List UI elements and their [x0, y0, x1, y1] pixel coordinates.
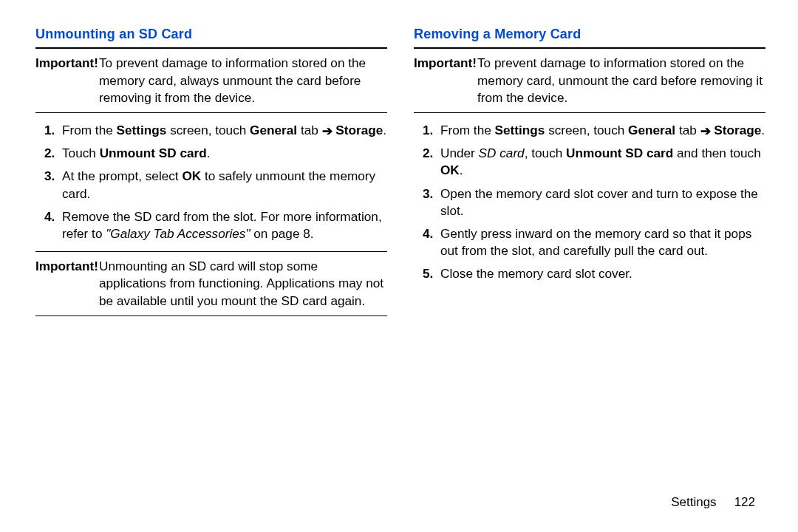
ui-label-settings: Settings [117, 123, 167, 137]
step-text: Touch [62, 146, 100, 160]
page-footer: Settings122 [671, 494, 755, 511]
page-number: 122 [734, 495, 755, 509]
important-label: Important! [35, 258, 99, 310]
important-label: Important! [414, 55, 477, 106]
ui-label-general: General [628, 123, 675, 137]
step-text: Close the memory card slot cover. [440, 266, 632, 281]
step-item: Close the memory card slot cover. [423, 262, 765, 285]
divider [35, 316, 387, 316]
right-column: Removing a Memory Card Important! To pre… [414, 25, 765, 513]
step-text: At the prompt, select [62, 168, 182, 183]
arrow-icon: ➔ [322, 123, 332, 140]
section-title-right: Removing a Memory Card [414, 25, 765, 43]
step-text: screen, touch [545, 123, 628, 137]
ui-label-sdcard: SD card [479, 146, 525, 160]
divider [35, 112, 387, 113]
step-item: Gently press inward on the memory card s… [423, 222, 765, 262]
footer-section: Settings [671, 495, 716, 509]
step-text: tab [297, 123, 321, 137]
important-note: Important! To prevent damage to informat… [414, 55, 765, 106]
divider [414, 112, 765, 113]
step-text: , touch [525, 146, 566, 160]
important-label: Important! [35, 55, 99, 106]
step-text: on page 8. [250, 226, 314, 241]
divider [414, 47, 765, 49]
divider [35, 251, 387, 252]
important-text: Unmounting an SD card will stop some app… [99, 258, 387, 310]
cross-reference: "Galaxy Tab Accessories" [106, 226, 250, 241]
arrow-icon: ➔ [700, 123, 711, 140]
step-text: . [460, 163, 463, 177]
step-text: From the [440, 123, 495, 137]
step-text: From the [62, 123, 117, 137]
step-item: Touch Unmount SD card. [44, 142, 387, 165]
step-item: From the Settings screen, touch General … [44, 119, 387, 142]
step-text: . [207, 146, 211, 160]
ui-label-storage: Storage [714, 123, 761, 137]
manual-page: Unmounting an SD Card Important! To prev… [0, 0, 798, 532]
ui-label-ok: OK [440, 163, 460, 177]
step-item: From the Settings screen, touch General … [423, 119, 765, 142]
step-item: Open the memory card slot cover and turn… [423, 183, 765, 222]
step-text: Open the memory card slot cover and turn… [440, 186, 758, 218]
ui-label-general: General [250, 123, 297, 137]
step-text: . [383, 123, 386, 137]
step-text: . [761, 123, 765, 137]
step-text: Under [440, 146, 479, 160]
ui-label-unmount: Unmount SD card [566, 146, 673, 160]
step-item: At the prompt, select OK to safely unmou… [44, 165, 387, 205]
step-text: and then touch [673, 146, 761, 160]
steps-list: From the Settings screen, touch General … [414, 119, 765, 286]
ui-label-unmount: Unmount SD card [100, 146, 207, 160]
divider [35, 47, 387, 49]
step-item: Under SD card, touch Unmount SD card and… [423, 142, 765, 182]
section-title-left: Unmounting an SD Card [35, 25, 387, 43]
ui-label-storage: Storage [335, 123, 383, 137]
step-text: Gently press inward on the memory card s… [440, 226, 751, 258]
step-text: screen, touch [166, 123, 250, 137]
ui-label-ok: OK [182, 168, 201, 183]
step-item: Remove the SD card from the slot. For mo… [44, 205, 387, 245]
important-note: Important! To prevent damage to informat… [35, 55, 387, 106]
left-column: Unmounting an SD Card Important! To prev… [35, 25, 387, 513]
important-note: Important! Unmounting an SD card will st… [35, 258, 387, 310]
ui-label-settings: Settings [495, 123, 545, 137]
important-text: To prevent damage to information stored … [477, 55, 765, 106]
step-text: tab [675, 123, 700, 137]
steps-list: From the Settings screen, touch General … [35, 119, 387, 245]
important-text: To prevent damage to information stored … [99, 55, 387, 106]
